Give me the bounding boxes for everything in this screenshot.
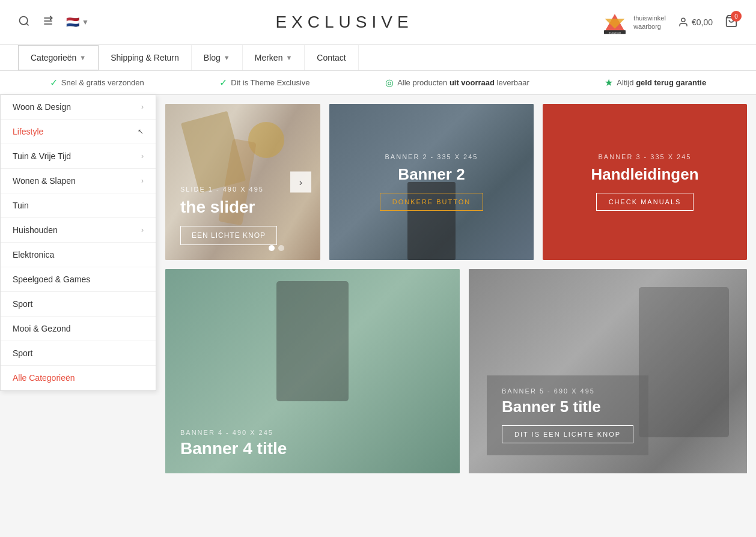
- dropdown-item-sport-1[interactable]: Sport: [1, 292, 156, 317]
- slider-subtitle: SLIDE 1 - 490 X 495: [180, 186, 277, 193]
- nav-contact[interactable]: Contact: [305, 45, 358, 70]
- infobar-item-3: ◎ Alle producten uit voorraad leverbaar: [385, 77, 529, 88]
- compare-icon[interactable]: [42, 15, 54, 30]
- banners-area: SLIDE 1 - 490 X 495 the slider EEN LICHT…: [156, 95, 756, 482]
- dropdown-item-mooi-gezond[interactable]: Mooi & Gezond: [1, 317, 156, 341]
- infobar-item-4: ★ Altijd geld terug garantie: [605, 77, 706, 88]
- banners-row-top: SLIDE 1 - 490 X 495 the slider EEN LICHT…: [165, 104, 747, 260]
- thuiswinkel-badge: thuiswinkel thuiswinkel waarborg: [600, 9, 666, 36]
- banner-3-subtitle: BANNER 3 - 335 X 245: [591, 153, 698, 160]
- language-selector[interactable]: 🇳🇱 ▼: [66, 16, 89, 29]
- dropdown-item-lifestyle[interactable]: Lifestyle ↖: [1, 120, 156, 144]
- slider-dot-1[interactable]: [269, 245, 275, 251]
- site-logo: EXCLUSIVE: [275, 13, 413, 32]
- svg-line-1: [26, 23, 29, 25]
- banner-5-content: BANNER 5 - 690 X 495 Banner 5 title DIT …: [487, 375, 648, 455]
- dropdown-item-wonen-slapen[interactable]: Wonen & Slapen ›: [1, 169, 156, 193]
- main-content: Woon & Design › Lifestyle ↖ Tuin & Vrije…: [0, 95, 756, 482]
- svg-point-10: [681, 18, 685, 22]
- dropdown-item-huishouden[interactable]: Huishouden ›: [1, 218, 156, 243]
- chevron-down-icon: ▼: [79, 54, 86, 61]
- account-link[interactable]: €0,00: [678, 17, 713, 28]
- banner-2-content: BANNER 2 - 335 X 245 Banner 2 DONKERE BU…: [380, 153, 483, 211]
- banner-3: BANNER 3 - 335 X 245 Handleidingen CHECK…: [543, 104, 747, 260]
- search-icon[interactable]: [18, 15, 30, 30]
- navbar: Categorieën ▼ Shipping & Return Blog ▼ M…: [0, 45, 756, 71]
- chevron-right-icon: ›: [141, 103, 144, 111]
- nav-merken[interactable]: Merken ▼: [243, 45, 305, 70]
- chevron-down-icon: ▼: [285, 54, 292, 61]
- dropdown-item-woon-design[interactable]: Woon & Design ›: [1, 95, 156, 120]
- cart-count: 0: [731, 11, 742, 22]
- chevron-right-icon: ›: [141, 226, 144, 234]
- slider-dot-2[interactable]: [278, 245, 284, 251]
- header-left: 🇳🇱 ▼: [18, 15, 89, 30]
- banner-3-button[interactable]: CHECK MANUALS: [596, 193, 694, 211]
- header: 🇳🇱 ▼ EXCLUSIVE thuiswinkel thuiswinkel w…: [0, 0, 756, 45]
- nav-categories[interactable]: Categorieën ▼: [18, 45, 99, 70]
- banner-5-title: Banner 5 title: [502, 398, 633, 416]
- header-right: thuiswinkel thuiswinkel waarborg €0,00: [600, 9, 738, 36]
- slider-dots: [269, 245, 284, 251]
- banner-3-content: BANNER 3 - 335 X 245 Handleidingen CHECK…: [591, 153, 698, 211]
- dropdown-item-elektronica[interactable]: Elektronica: [1, 243, 156, 267]
- header-center: EXCLUSIVE: [275, 13, 413, 32]
- category-dropdown: Woon & Design › Lifestyle ↖ Tuin & Vrije…: [0, 95, 156, 391]
- account-balance: €0,00: [692, 17, 713, 27]
- chevron-right-icon: ›: [141, 152, 144, 160]
- banner-4-title: Banner 4 title: [180, 439, 287, 458]
- chevron-down-icon: ▼: [224, 54, 230, 61]
- banner-4: BANNER 4 - 490 X 245 Banner 4 title: [165, 269, 460, 473]
- slider-title: the slider: [180, 198, 277, 217]
- cart-button[interactable]: 0: [725, 14, 738, 30]
- dropdown-item-tuin[interactable]: Tuin: [1, 193, 156, 218]
- banner-2-subtitle: BANNER 2 - 335 X 245: [380, 153, 483, 160]
- nav-blog[interactable]: Blog ▼: [192, 45, 243, 70]
- banner-5-subtitle: BANNER 5 - 690 X 495: [502, 387, 633, 395]
- banners-row-bottom: BANNER 4 - 490 X 245 Banner 4 title BANN…: [165, 269, 747, 473]
- dropdown-item-tuin-vrije-tijd[interactable]: Tuin & Vrije Tijd ›: [1, 144, 156, 169]
- dropdown-item-sport-2[interactable]: Sport: [1, 341, 156, 366]
- banner-2-button[interactable]: DONKERE BUTTON: [380, 193, 483, 211]
- banner-5: BANNER 5 - 690 X 495 Banner 5 title DIT …: [469, 269, 747, 473]
- chevron-right-icon: ›: [141, 177, 144, 185]
- svg-text:thuiswinkel: thuiswinkel: [609, 31, 621, 34]
- banner-slider: SLIDE 1 - 490 X 495 the slider EEN LICHT…: [165, 104, 320, 260]
- infobar-item-1: ✓ Snel & gratis verzonden: [50, 77, 144, 88]
- banner-4-subtitle: BANNER 4 - 490 X 245: [180, 429, 287, 436]
- banner-2-title: Banner 2: [380, 165, 483, 184]
- banner-5-button[interactable]: DIT IS EEN LICHTE KNOP: [502, 425, 633, 443]
- nav-shipping[interactable]: Shipping & Return: [99, 45, 192, 70]
- infobar-item-2: ✓ Dit is Theme Exclusive: [219, 77, 309, 88]
- infobar: ✓ Snel & gratis verzonden ✓ Dit is Theme…: [0, 71, 756, 95]
- banner-2: BANNER 2 - 335 X 245 Banner 2 DONKERE BU…: [329, 104, 534, 260]
- slider-next-button[interactable]: ›: [290, 172, 311, 193]
- slider-button[interactable]: EEN LICHTE KNOP: [180, 226, 277, 245]
- dropdown-item-speelgoed[interactable]: Speelgoed & Games: [1, 267, 156, 292]
- banner-4-content: BANNER 4 - 490 X 245 Banner 4 title: [180, 429, 287, 458]
- banner-3-title: Handleidingen: [591, 165, 698, 184]
- check-icon: ✓: [50, 77, 58, 88]
- circle-check-icon: ◎: [385, 77, 394, 88]
- star-icon: ★: [605, 77, 613, 88]
- check-icon: ✓: [219, 77, 227, 88]
- svg-point-0: [20, 16, 28, 24]
- dropdown-item-alle-cat[interactable]: Alle Categorieën: [1, 366, 156, 390]
